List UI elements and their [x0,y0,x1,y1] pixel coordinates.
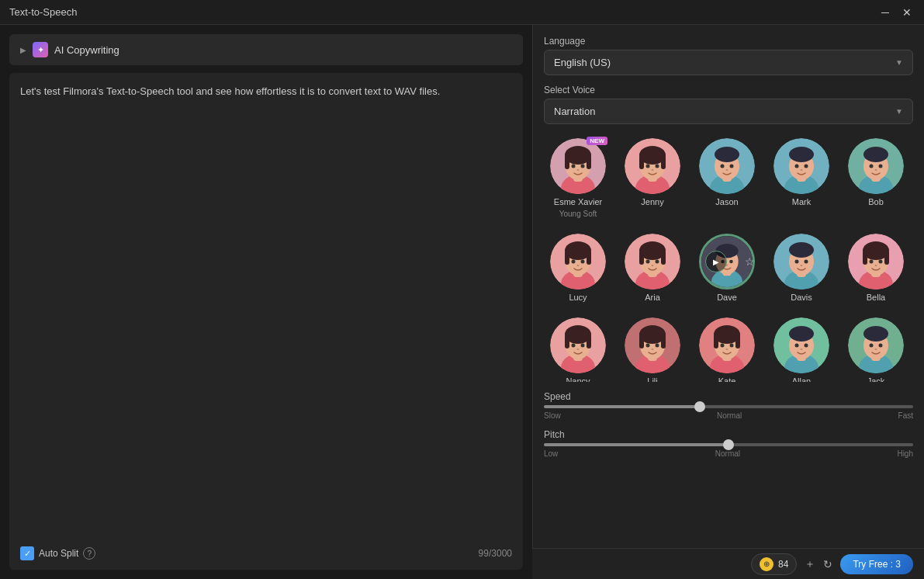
svg-point-57 [572,260,576,264]
voice-card-jason[interactable]: Jason [693,133,761,223]
svg-point-68 [646,260,650,264]
right-panel: Language English (US) ▼ Select Voice Nar… [532,25,924,579]
voice-avatar-allan [773,317,829,373]
svg-rect-106 [565,335,569,348]
bottom-bar: ⊕ 84 ＋ ↻ Try Free : 3 [532,548,924,579]
auto-split-group: ✓ Auto Split ? [20,546,95,560]
voice-name: Jack [867,376,885,382]
svg-point-8 [572,165,576,168]
svg-point-46 [870,165,874,168]
svg-rect-6 [565,155,569,169]
voice-card-kate[interactable]: Kate [693,313,761,382]
voice-card-davis[interactable]: Davis [767,229,836,307]
add-credits-button[interactable]: ＋ [805,557,815,571]
voice-avatar-nancy [550,317,606,373]
voice-card-esme-xavier[interactable]: NEWEsme XavierYoung Soft [544,133,612,223]
svg-point-139 [795,344,799,348]
svg-point-120 [656,344,659,348]
voice-avatar-bella [848,234,904,290]
svg-point-132 [726,348,728,350]
svg-rect-118 [661,335,666,348]
svg-point-108 [572,344,576,348]
voice-name: Aria [645,293,660,302]
play-icon: ▶ [705,251,727,272]
voice-avatar-davis [773,234,829,290]
svg-rect-128 [714,335,718,348]
voice-card-nancy[interactable]: Nancy [544,313,612,382]
svg-point-86 [795,260,799,264]
voice-section: Select Voice Narration ▼ [544,85,913,124]
voice-avatar-mark [773,138,829,194]
pitch-slider[interactable] [544,443,913,446]
voice-avatar-jenny [625,138,680,194]
svg-point-141 [801,348,803,350]
voice-card-bob[interactable]: Bob [842,133,910,223]
svg-point-10 [577,169,580,171]
close-button[interactable]: ✕ [899,5,915,20]
voice-card-bella[interactable]: Bella [842,229,910,307]
voice-card-jack[interactable]: Jack [842,313,910,382]
svg-point-69 [656,260,659,264]
svg-point-48 [875,169,877,171]
voice-avatar-aria [625,234,680,290]
ai-copywriting-bar[interactable]: ▶ ✦ AI Copywriting [9,34,523,65]
svg-rect-56 [587,251,591,265]
language-dropdown-arrow-icon: ▼ [895,58,903,67]
voice-name: Kate [718,376,736,382]
svg-point-98 [879,260,883,264]
voice-subtitle: Young Soft [559,210,597,218]
voice-card-mark[interactable]: Mark [767,133,836,223]
svg-point-119 [646,344,650,348]
voice-card-lili[interactable]: Lili [618,313,687,382]
voice-name: Lucy [569,293,587,302]
svg-point-149 [879,344,883,348]
svg-point-97 [870,260,874,264]
credit-coin-icon: ⊕ [760,557,773,571]
voice-avatar-kate [699,317,755,373]
voice-card-jenny[interactable]: Jenny [618,133,687,223]
text-area-footer: ✓ Auto Split ? 99/3000 [20,546,512,560]
voice-avatar-esme-xavier: NEW [550,138,606,194]
speed-section: Speed Slow Normal Fast [544,391,913,420]
minimize-button[interactable]: ─ [877,5,893,20]
speed-min-label: Slow [544,411,561,420]
credits-button[interactable]: ⊕ 84 [751,553,797,575]
refresh-button[interactable]: ↻ [823,558,832,570]
voice-grid-scroll[interactable]: NEWEsme XavierYoung Soft Jenny [544,133,913,382]
new-badge: NEW [587,137,607,145]
try-free-button[interactable]: Try Free : 3 [840,554,913,574]
auto-split-checkbox[interactable]: ✓ [20,546,34,560]
language-section: Language English (US) ▼ [544,36,913,75]
ai-copywriting-label: AI Copywriting [54,44,119,56]
voice-name: Dave [717,293,737,302]
svg-point-110 [577,348,580,350]
main-content: ▶ ✦ AI Copywriting Let's test Filmora's … [0,25,924,579]
voice-card-aria[interactable]: Aria [618,229,687,307]
language-dropdown[interactable]: English (US) ▼ [544,50,913,75]
pitch-label: Pitch [544,429,913,440]
voice-name: Jenny [641,197,663,206]
text-input-content[interactable]: Let's test Filmora's Text-to-Speech tool… [20,84,512,100]
speed-label: Speed [544,391,913,402]
voice-card-dave[interactable]: ▶☆Dave [693,229,761,307]
svg-point-140 [805,344,808,348]
svg-point-138 [789,326,814,342]
voice-name: Mark [792,197,811,206]
svg-point-38 [805,165,808,168]
svg-point-150 [875,348,877,350]
svg-rect-18 [661,155,666,169]
voice-name: Bob [868,197,884,206]
svg-rect-66 [639,251,644,265]
voice-card-lucy[interactable]: Lucy [544,229,612,307]
window-controls: ─ ✕ [877,5,915,20]
help-icon[interactable]: ? [83,547,95,560]
svg-point-78 [729,260,733,264]
voice-card-allan[interactable]: Allan [767,313,836,382]
ai-icon: ✦ [33,42,48,57]
auto-split-label: Auto Split [39,548,78,559]
svg-rect-95 [863,251,867,265]
speed-slider[interactable] [544,405,913,408]
pitch-mid-label: Normal [715,449,740,458]
voice-type-dropdown[interactable]: Narration ▼ [544,99,913,124]
voice-avatar-lucy [550,234,606,290]
